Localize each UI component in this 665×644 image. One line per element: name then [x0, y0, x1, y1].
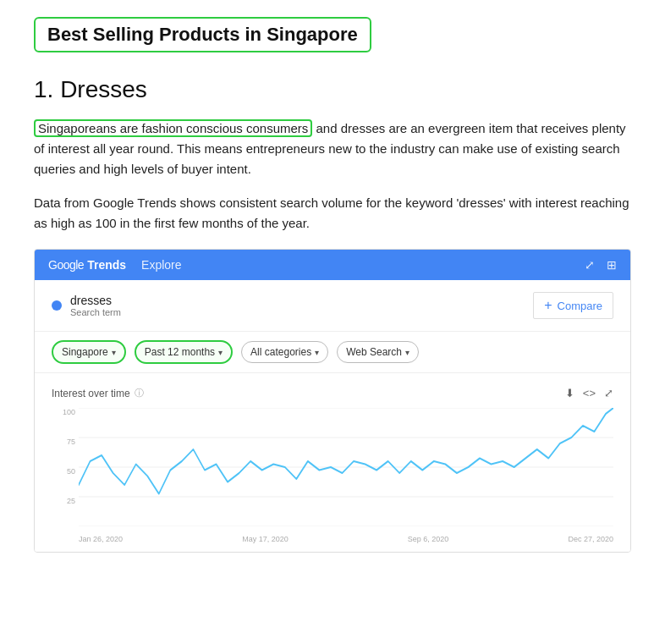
filter-location-label: Singapore — [62, 346, 108, 358]
embed-icon[interactable]: <> — [583, 387, 596, 399]
y-label-25: 25 — [52, 497, 79, 505]
trends-header-right: ⤢ ⊞ — [585, 258, 617, 272]
chevron-down-icon: ▾ — [315, 348, 319, 357]
search-term-info: dresses Search term — [70, 294, 121, 317]
filter-search-type[interactable]: Web Search ▾ — [337, 341, 419, 363]
logo-trends: Trends — [87, 258, 126, 272]
trends-widget: Google Trends Explore ⤢ ⊞ dresses Search… — [34, 249, 631, 553]
filter-time[interactable]: Past 12 months ▾ — [135, 340, 233, 364]
chart-title: Interest over time ⓘ — [52, 387, 144, 399]
filter-category-label: All categories — [250, 346, 311, 358]
share-icon[interactable]: ⤢ — [585, 258, 595, 272]
section-heading: 1. Dresses — [34, 76, 631, 103]
chart-title-row: Interest over time ⓘ ⬇ <> ⤢ — [52, 387, 613, 399]
chart-area: Interest over time ⓘ ⬇ <> ⤢ 100 75 50 25 — [35, 373, 630, 552]
y-label-50: 50 — [52, 467, 79, 476]
trends-header-left: Google Trends Explore — [48, 258, 182, 272]
google-trends-logo: Google Trends — [48, 258, 126, 272]
y-label-100: 100 — [52, 408, 79, 416]
chevron-down-icon: ▾ — [405, 348, 409, 357]
filter-category[interactable]: All categories ▾ — [241, 341, 328, 363]
compare-button[interactable]: + Compare — [533, 292, 613, 319]
page-title-box: Best Selling Products in Singapore — [34, 17, 371, 52]
y-axis: 100 75 50 25 — [52, 408, 79, 543]
chart-title-icons: ⬇ <> ⤢ — [565, 387, 613, 399]
x-axis: Jan 26, 2020 May 17, 2020 Sep 6, 2020 De… — [79, 535, 613, 543]
search-term-left: dresses Search term — [52, 294, 533, 317]
search-term-name: dresses — [70, 294, 121, 307]
x-label-sep: Sep 6, 2020 — [408, 535, 449, 543]
highlight-phrase: Singaporeans are fashion conscious consu… — [34, 119, 312, 137]
chevron-down-icon: ▾ — [112, 348, 116, 357]
chevron-down-icon: ▾ — [218, 348, 223, 357]
search-term-type: Search term — [70, 307, 121, 317]
logo-google: Google — [48, 258, 84, 272]
trend-chart-svg — [79, 408, 613, 526]
chart-container: 100 75 50 25 — [52, 408, 613, 543]
compare-label: Compare — [558, 300, 602, 312]
x-label-may: May 17, 2020 — [242, 535, 289, 543]
paragraph-1: Singaporeans are fashion conscious consu… — [34, 118, 631, 179]
plus-icon: + — [544, 298, 552, 313]
filter-time-label: Past 12 months — [145, 346, 215, 358]
x-label-dec: Dec 27, 2020 — [568, 535, 613, 543]
search-term-row: dresses Search term + Compare — [35, 280, 630, 332]
chart-share-icon[interactable]: ⤢ — [604, 387, 613, 399]
trends-header: Google Trends Explore ⤢ ⊞ — [35, 250, 630, 280]
chart-svg-wrap — [79, 408, 613, 526]
download-icon[interactable]: ⬇ — [565, 387, 574, 399]
filter-row: Singapore ▾ Past 12 months ▾ All categor… — [35, 332, 630, 373]
filter-search-type-label: Web Search — [346, 346, 402, 358]
page-title: Best Selling Products in Singapore — [47, 24, 358, 46]
y-label-75: 75 — [52, 438, 79, 446]
info-icon[interactable]: ⓘ — [135, 387, 144, 399]
section-title: Dresses — [60, 76, 147, 102]
filter-location[interactable]: Singapore ▾ — [52, 340, 126, 364]
section-number: 1. — [34, 76, 53, 102]
explore-label: Explore — [141, 258, 181, 272]
grid-icon[interactable]: ⊞ — [607, 258, 617, 272]
paragraph-2: Data from Google Trends shows consistent… — [34, 193, 631, 234]
x-label-jan: Jan 26, 2020 — [79, 535, 123, 543]
blue-dot — [52, 300, 62, 311]
